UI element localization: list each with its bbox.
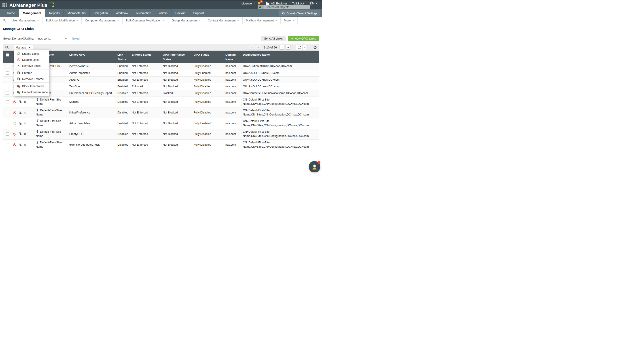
row-checkbox[interactable] — [6, 65, 9, 68]
enforce-icon[interactable] — [18, 111, 22, 114]
license-link[interactable]: License — [239, 2, 254, 5]
last-page-button[interactable]: » — [286, 45, 290, 50]
refresh-button[interactable] — [313, 46, 317, 49]
subnav-item-bulk-computer-modification[interactable]: Bulk Computer Modification — [122, 17, 168, 24]
logo-swirl-icon — [48, 1, 54, 7]
tab-workflow[interactable]: Workflow — [112, 9, 132, 17]
remove-link-icon[interactable]: ✕ — [24, 111, 26, 114]
table-row: ✕ContactsPreferenceForGPOSettingsReportD… — [3, 90, 319, 97]
subnav-item-bulk-user-modification[interactable]: Bulk User Modification — [42, 17, 82, 24]
select-all-checkbox[interactable] — [6, 53, 9, 56]
menu-item-enforce[interactable]: Enforce — [14, 70, 49, 76]
column-header-link-status[interactable]: Link Status — [116, 51, 130, 63]
menu-item-remove-links[interactable]: ✕Remove Links — [14, 63, 49, 69]
cell-domain: nas.com — [224, 97, 242, 107]
enforce-icon[interactable] — [18, 122, 22, 125]
subnav-item-computer-management[interactable]: Computer Management — [82, 17, 122, 24]
tab-support[interactable]: Support — [190, 9, 208, 17]
row-checkbox[interactable] — [6, 92, 9, 95]
search-input[interactable] — [264, 5, 310, 9]
domain-tenant-settings-button[interactable]: ⚙ Domain/Tenant Settings — [279, 10, 320, 16]
first-page-button[interactable]: « — [250, 45, 255, 50]
row-checkbox[interactable] — [6, 100, 9, 103]
chevron-down-icon — [28, 47, 31, 48]
link-disabled-icon[interactable] — [13, 111, 16, 114]
cell-linked-gpo: TestGpo — [68, 83, 116, 90]
cell-enforce-status: Not Enforced — [130, 70, 162, 76]
management-subnav: User ManagementBulk User ModificationCom… — [0, 17, 322, 24]
select-link[interactable]: Select — [72, 37, 80, 40]
table-row: ✕Default-First-Site-NameEmptyGPODisabled… — [3, 129, 319, 139]
row-checkbox[interactable] — [6, 143, 9, 146]
column-header-gpo-inheritance-status[interactable]: GPO Inheritance Status — [162, 51, 192, 63]
column-header-enforce-status[interactable]: Enforce Status — [130, 51, 162, 63]
menu-item-label: Remove Enforce — [22, 77, 44, 81]
cell-inheritance-status: Not Blocked — [162, 70, 192, 76]
object-name: Default-First-Site-Name — [36, 120, 62, 127]
refresh-icon — [313, 46, 317, 49]
link-disabled-icon[interactable] — [13, 101, 16, 103]
column-header-gpo-status[interactable]: GPO Status — [192, 51, 224, 63]
menu-item-block-inheritance[interactable]: Block Inheritance — [14, 83, 49, 89]
page-size-select[interactable]: 10 — [296, 45, 306, 50]
menu-item-enable-links[interactable]: Enable Links — [14, 51, 49, 57]
cell-link-status: Enabled — [116, 70, 130, 76]
column-header-linked-gpo[interactable]: Linked GPO — [68, 51, 116, 63]
column-header-domain-name[interactable]: Domain Name — [224, 51, 242, 63]
site-icon — [36, 130, 39, 133]
subnav-item-more[interactable]: More — [280, 17, 298, 24]
enforce-icon[interactable] — [18, 100, 22, 104]
row-checkbox[interactable] — [6, 85, 9, 88]
tab-microsoft-365[interactable]: Microsoft 365 — [64, 9, 90, 17]
chevron-down-icon — [262, 7, 264, 7]
menu-item-unblock-inheritance[interactable]: Unblock Inheritance — [14, 89, 49, 95]
app-launcher-icon[interactable] — [2, 3, 7, 7]
link-disabled-icon[interactable] — [13, 143, 16, 146]
remove-link-icon[interactable]: ✕ — [24, 133, 26, 136]
link-disabled-icon[interactable] — [13, 133, 16, 136]
tab-reports[interactable]: Reports — [46, 9, 64, 17]
subnav-item-user-management[interactable]: User Management — [8, 17, 42, 24]
tab-delegation[interactable]: Delegation — [90, 9, 112, 17]
chat-notification-dot — [318, 161, 320, 164]
site-icon — [36, 141, 39, 144]
domain-select[interactable]: nas.com... — [36, 36, 69, 41]
tab-home[interactable]: Home — [3, 9, 19, 17]
divider — [293, 45, 294, 49]
row-checkbox[interactable] — [6, 133, 9, 136]
subnav-item-contact-management[interactable]: Contact Management — [204, 17, 242, 24]
row-checkbox[interactable] — [6, 71, 9, 75]
enforce-icon[interactable] — [18, 132, 22, 136]
subnav-item-group-management[interactable]: Group Management — [168, 17, 204, 24]
next-page-button[interactable]: › — [280, 45, 284, 50]
link-enabled-icon[interactable] — [13, 122, 16, 125]
sync-all-links-button[interactable]: Sync All Links — [261, 36, 286, 41]
column-header-distinguished-name[interactable]: Distinguished Name — [242, 51, 319, 63]
tab-backup[interactable]: Backup — [172, 9, 190, 17]
row-checkbox[interactable] — [6, 78, 9, 81]
row-checkbox[interactable] — [6, 122, 9, 125]
menu-item-remove-enforce[interactable]: Remove Enforce — [14, 76, 49, 82]
table-row: ✕AisOUAisGPOEnabledNot EnforcedNot Block… — [3, 76, 319, 83]
prev-page-button[interactable]: ‹ — [256, 45, 261, 50]
tab-admin[interactable]: Admin — [155, 9, 172, 17]
search-scope-button[interactable] — [258, 5, 264, 9]
remove-link-icon[interactable]: ✕ — [24, 101, 26, 103]
row-checkbox[interactable] — [6, 111, 9, 114]
tab-automation[interactable]: Automation — [132, 9, 155, 17]
manage-button[interactable]: Manage — [14, 45, 33, 50]
cell-linked-gpo: {"A":"newline1\} — [68, 63, 116, 70]
pagination-range: 1-10 of 96 — [264, 46, 277, 49]
new-gpo-links-button[interactable]: + New GPO Links — [288, 36, 319, 41]
menu-item-disable-links[interactable]: Disable Links — [14, 57, 49, 63]
cell-dn: OU=AisOU,DC=nas,DC=com — [242, 70, 319, 76]
support-chat-button[interactable] — [309, 161, 320, 172]
enforce-icon[interactable] — [18, 143, 22, 147]
remove-link-icon[interactable]: ✕ — [24, 122, 26, 125]
tab-management[interactable]: Management — [19, 9, 46, 17]
site-icon — [36, 109, 39, 112]
subnav-search-icon[interactable] — [0, 17, 8, 24]
subnav-item-mailbox-management[interactable]: Mailbox Management — [242, 17, 280, 24]
remove-link-icon[interactable]: ✕ — [24, 143, 26, 146]
grid-search-icon[interactable] — [5, 46, 9, 49]
